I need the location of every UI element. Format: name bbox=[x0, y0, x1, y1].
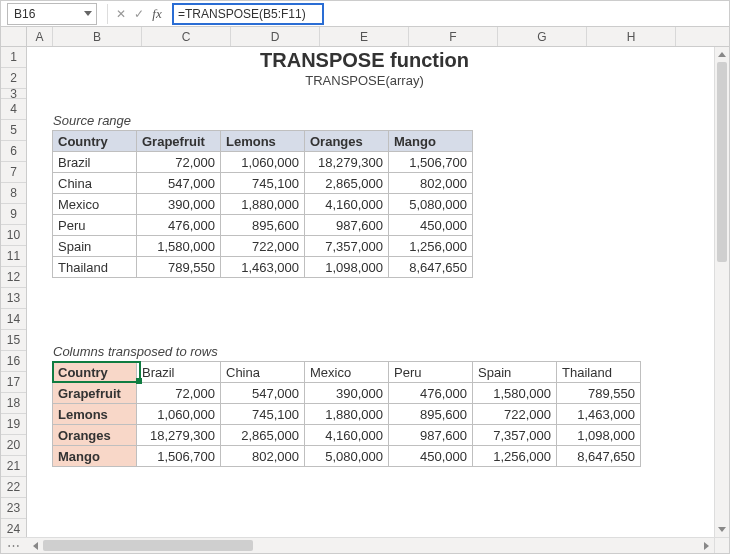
col-header-E[interactable]: E bbox=[320, 27, 409, 46]
transposed-cell[interactable]: 4,160,000 bbox=[305, 425, 389, 446]
col-header-G[interactable]: G bbox=[498, 27, 587, 46]
transposed-cell[interactable]: Peru bbox=[389, 362, 473, 383]
row-header-3[interactable]: 3 bbox=[1, 89, 26, 99]
col-header-C[interactable]: C bbox=[142, 27, 231, 46]
transposed-cell[interactable]: 5,080,000 bbox=[305, 446, 389, 467]
source-cell[interactable]: Mexico bbox=[53, 194, 137, 215]
source-cell[interactable]: 1,060,000 bbox=[221, 152, 305, 173]
source-cell[interactable]: 5,080,000 bbox=[389, 194, 473, 215]
scroll-right-icon[interactable] bbox=[699, 542, 714, 550]
formula-input[interactable]: =TRANSPOSE(B5:F11) bbox=[172, 3, 324, 25]
source-cell[interactable]: 18,279,300 bbox=[305, 152, 389, 173]
row-header-6[interactable]: 6 bbox=[1, 141, 26, 162]
col-header-F[interactable]: F bbox=[409, 27, 498, 46]
transposed-cell[interactable]: 1,506,700 bbox=[137, 446, 221, 467]
name-box[interactable]: B16 bbox=[7, 3, 97, 25]
transposed-cell[interactable]: 1,463,000 bbox=[557, 404, 641, 425]
horizontal-scrollbar[interactable]: ⋯ bbox=[1, 537, 714, 553]
source-cell[interactable]: 390,000 bbox=[137, 194, 221, 215]
cancel-icon[interactable]: ✕ bbox=[112, 5, 130, 23]
source-cell[interactable]: 450,000 bbox=[389, 215, 473, 236]
source-cell[interactable]: 802,000 bbox=[389, 173, 473, 194]
sheet-tabs-ellipsis-icon[interactable]: ⋯ bbox=[1, 538, 28, 553]
transposed-cell[interactable]: 802,000 bbox=[221, 446, 305, 467]
source-cell[interactable]: 745,100 bbox=[221, 173, 305, 194]
source-header-cell[interactable]: Mango bbox=[389, 131, 473, 152]
source-cell[interactable]: 1,580,000 bbox=[137, 236, 221, 257]
transposed-cell[interactable]: 1,256,000 bbox=[473, 446, 557, 467]
row-header-20[interactable]: 20 bbox=[1, 435, 26, 456]
row-header-17[interactable]: 17 bbox=[1, 372, 26, 393]
transposed-cell[interactable]: 7,357,000 bbox=[473, 425, 557, 446]
source-cell[interactable]: 1,256,000 bbox=[389, 236, 473, 257]
source-cell[interactable]: Spain bbox=[53, 236, 137, 257]
source-cell[interactable]: 2,865,000 bbox=[305, 173, 389, 194]
transposed-cell[interactable]: 547,000 bbox=[221, 383, 305, 404]
transposed-cell[interactable]: 1,580,000 bbox=[473, 383, 557, 404]
transposed-cell[interactable]: 18,279,300 bbox=[137, 425, 221, 446]
scroll-down-icon[interactable] bbox=[715, 522, 729, 537]
transposed-header-cell[interactable]: Country bbox=[53, 362, 137, 383]
row-header-22[interactable]: 22 bbox=[1, 477, 26, 498]
col-header-B[interactable]: B bbox=[53, 27, 142, 46]
vertical-scroll-thumb[interactable] bbox=[717, 62, 727, 262]
source-header-cell[interactable]: Country bbox=[53, 131, 137, 152]
transposed-cell[interactable]: 476,000 bbox=[389, 383, 473, 404]
horizontal-scroll-track[interactable] bbox=[43, 540, 699, 551]
transposed-cell[interactable]: 722,000 bbox=[473, 404, 557, 425]
col-header-A[interactable]: A bbox=[27, 27, 53, 46]
transposed-cell[interactable]: 789,550 bbox=[557, 383, 641, 404]
source-table[interactable]: CountryGrapefruitLemonsOrangesMangoBrazi… bbox=[52, 130, 473, 278]
select-all-corner[interactable] bbox=[1, 27, 27, 46]
transposed-cell[interactable]: Spain bbox=[473, 362, 557, 383]
source-cell[interactable]: 895,600 bbox=[221, 215, 305, 236]
source-header-cell[interactable]: Lemons bbox=[221, 131, 305, 152]
row-header-5[interactable]: 5 bbox=[1, 120, 26, 141]
transposed-cell[interactable]: Mexico bbox=[305, 362, 389, 383]
transposed-cell[interactable]: Thailand bbox=[557, 362, 641, 383]
transposed-table[interactable]: CountryBrazilChinaMexicoPeruSpainThailan… bbox=[52, 361, 641, 467]
source-cell[interactable]: 987,600 bbox=[305, 215, 389, 236]
transposed-cell[interactable]: 745,100 bbox=[221, 404, 305, 425]
row-header-13[interactable]: 13 bbox=[1, 288, 26, 309]
fx-icon[interactable]: fx bbox=[148, 5, 166, 23]
source-cell[interactable]: 1,880,000 bbox=[221, 194, 305, 215]
vertical-scrollbar[interactable] bbox=[714, 47, 729, 537]
row-header-15[interactable]: 15 bbox=[1, 330, 26, 351]
source-cell[interactable]: 1,463,000 bbox=[221, 257, 305, 278]
horizontal-scroll-thumb[interactable] bbox=[43, 540, 253, 551]
row-header-10[interactable]: 10 bbox=[1, 225, 26, 246]
transposed-cell[interactable]: 895,600 bbox=[389, 404, 473, 425]
source-cell[interactable]: 72,000 bbox=[137, 152, 221, 173]
scroll-left-icon[interactable] bbox=[28, 542, 43, 550]
row-header-11[interactable]: 11 bbox=[1, 246, 26, 267]
row-header-19[interactable]: 19 bbox=[1, 414, 26, 435]
transposed-cell[interactable]: 390,000 bbox=[305, 383, 389, 404]
sheet-area[interactable]: TRANSPOSE function TRANSPOSE(array) Sour… bbox=[27, 47, 729, 554]
source-cell[interactable]: 4,160,000 bbox=[305, 194, 389, 215]
source-cell[interactable]: 8,647,650 bbox=[389, 257, 473, 278]
source-cell[interactable]: 7,357,000 bbox=[305, 236, 389, 257]
row-header-7[interactable]: 7 bbox=[1, 162, 26, 183]
row-header-4[interactable]: 4 bbox=[1, 99, 26, 120]
row-header-1[interactable]: 1 bbox=[1, 47, 26, 68]
source-cell[interactable]: 1,506,700 bbox=[389, 152, 473, 173]
transposed-cell[interactable]: 1,880,000 bbox=[305, 404, 389, 425]
row-header-18[interactable]: 18 bbox=[1, 393, 26, 414]
transposed-cell[interactable]: 987,600 bbox=[389, 425, 473, 446]
transposed-cell[interactable]: China bbox=[221, 362, 305, 383]
source-header-cell[interactable]: Oranges bbox=[305, 131, 389, 152]
source-cell[interactable]: 476,000 bbox=[137, 215, 221, 236]
col-header-D[interactable]: D bbox=[231, 27, 320, 46]
transposed-cell[interactable]: 1,098,000 bbox=[557, 425, 641, 446]
source-cell[interactable]: 547,000 bbox=[137, 173, 221, 194]
row-header-21[interactable]: 21 bbox=[1, 456, 26, 477]
transposed-cell[interactable]: Brazil bbox=[137, 362, 221, 383]
source-cell[interactable]: Thailand bbox=[53, 257, 137, 278]
source-cell[interactable]: 789,550 bbox=[137, 257, 221, 278]
row-header-16[interactable]: 16 bbox=[1, 351, 26, 372]
transposed-cell[interactable]: 72,000 bbox=[137, 383, 221, 404]
transposed-header-cell[interactable]: Oranges bbox=[53, 425, 137, 446]
transposed-cell[interactable]: 2,865,000 bbox=[221, 425, 305, 446]
row-header-8[interactable]: 8 bbox=[1, 183, 26, 204]
